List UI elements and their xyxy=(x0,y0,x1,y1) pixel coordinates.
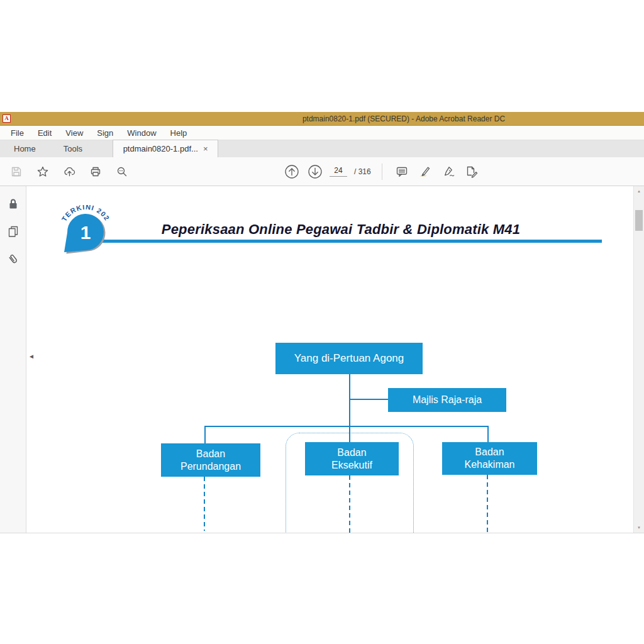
connector-stub-right xyxy=(487,426,489,443)
menu-file[interactable]: File xyxy=(4,128,31,138)
cloud-upload-icon xyxy=(64,166,75,177)
save-icon xyxy=(11,166,22,177)
highlighter-icon xyxy=(419,165,431,178)
panel-collapse-arrow-icon[interactable]: ◄ xyxy=(28,353,35,360)
acrobat-logo-icon: A xyxy=(3,114,11,123)
find-button[interactable] xyxy=(113,163,131,180)
menu-window[interactable]: Window xyxy=(120,128,163,138)
pdf-page: 1 TERKINI 2020 Peperiksaan Online Pegawa… xyxy=(26,186,633,533)
dashed-line-kehakiman xyxy=(487,475,488,533)
menu-view[interactable]: View xyxy=(58,128,90,138)
dashed-line-eksekutif xyxy=(349,475,350,533)
page-title: Peperiksaan Online Pegawai Tadbir & Dipl… xyxy=(108,221,574,238)
tab-bar: Home Tools ptdmain0820-1.pdf... × xyxy=(0,140,644,157)
comment-icon xyxy=(396,165,408,178)
paperclip-icon xyxy=(6,252,20,266)
connector-stub-left xyxy=(204,426,206,444)
cloud-upload-button[interactable] xyxy=(60,163,78,180)
app-body: ◄ 1 TERKINI 2020 Peperiksaan Online Pega… xyxy=(0,186,644,533)
toolbar-divider xyxy=(382,164,382,180)
page-down-icon xyxy=(307,164,323,180)
menu-help[interactable]: Help xyxy=(164,128,194,138)
chart-node-label-line1: Badan xyxy=(337,447,366,459)
chart-node-label-line1: Badan xyxy=(196,448,225,460)
heading-rule xyxy=(101,240,602,243)
page-up-icon xyxy=(284,164,300,180)
scroll-up-icon[interactable]: ▲ xyxy=(634,189,644,193)
menu-sign[interactable]: Sign xyxy=(90,128,120,138)
print-icon xyxy=(90,166,101,177)
star-button[interactable] xyxy=(34,163,52,180)
tab-tools[interactable]: Tools xyxy=(50,140,96,157)
find-icon xyxy=(116,166,128,177)
fill-sign-button[interactable] xyxy=(440,163,457,180)
page-total-label: / 316 xyxy=(354,167,371,176)
menu-bar: File Edit View Sign Window Help xyxy=(0,126,644,140)
connector-branch-horizontal xyxy=(204,426,489,427)
highlight-button[interactable] xyxy=(416,163,434,180)
left-tool-rail xyxy=(0,186,26,533)
star-icon xyxy=(37,166,48,177)
lock-icon xyxy=(6,197,20,211)
attachments-button[interactable] xyxy=(6,252,21,267)
fill-sign-icon xyxy=(442,165,455,178)
dashed-line-perundangan xyxy=(204,477,205,531)
chart-node-label-line2: Eksekutif xyxy=(331,459,372,472)
page-number-input[interactable]: 24 xyxy=(330,166,347,177)
screenshot-canvas: A ptdmain0820-1.pdf (SECURED) - Adobe Ac… xyxy=(0,0,644,644)
chart-node-label-line2: Perundangan xyxy=(180,460,241,473)
vertical-scrollbar[interactable]: ▲ ▼ xyxy=(633,186,644,533)
pages-icon xyxy=(6,225,20,238)
chapter-badge: 1 TERKINI 2020 xyxy=(60,205,111,257)
chart-node-council-label: Majlis Raja-raja xyxy=(413,394,482,406)
connector-stub-middle xyxy=(349,426,350,443)
chart-node-eksekutif: Badan Eksekutif xyxy=(305,442,399,475)
titlebar: A ptdmain0820-1.pdf (SECURED) - Adobe Ac… xyxy=(0,112,644,126)
chart-node-council: Majlis Raja-raja xyxy=(388,388,506,412)
next-page-button[interactable] xyxy=(306,163,324,180)
previous-page-button[interactable] xyxy=(283,163,301,180)
tab-document-label: ptdmain0820-1.pdf... xyxy=(123,144,198,153)
save-button[interactable] xyxy=(8,163,25,180)
acrobat-window: A ptdmain0820-1.pdf (SECURED) - Adobe Ac… xyxy=(0,112,644,533)
chart-node-kehakiman: Badan Kehakiman xyxy=(442,442,537,475)
scrollbar-thumb[interactable] xyxy=(635,210,643,231)
badge-number: 1 xyxy=(80,222,91,243)
chart-node-label-line2: Kehakiman xyxy=(464,458,514,471)
page-thumbnails-button[interactable] xyxy=(6,224,21,239)
connector-council xyxy=(350,399,389,400)
window-title: ptdmain0820-1.pdf (SECURED) - Adobe Acro… xyxy=(164,114,644,123)
tab-home[interactable]: Home xyxy=(0,140,50,157)
send-for-signature-icon xyxy=(465,165,478,178)
connector-root-vertical xyxy=(349,374,350,427)
share-button[interactable] xyxy=(463,163,480,180)
comment-button[interactable] xyxy=(393,163,411,180)
tab-close-icon[interactable]: × xyxy=(203,145,208,153)
toolbar: 24 / 316 xyxy=(0,157,644,186)
chart-node-root-label: Yang di-Pertuan Agong xyxy=(294,352,404,365)
security-button[interactable] xyxy=(6,196,21,211)
chart-node-root: Yang di-Pertuan Agong xyxy=(275,343,423,374)
chart-node-perundangan: Badan Perundangan xyxy=(161,443,260,477)
scroll-down-icon[interactable]: ▼ xyxy=(634,526,644,530)
chart-node-label-line1: Badan xyxy=(475,446,504,458)
print-button[interactable] xyxy=(87,163,104,180)
tab-document[interactable]: ptdmain0820-1.pdf... × xyxy=(113,140,218,157)
menu-edit[interactable]: Edit xyxy=(31,128,58,138)
